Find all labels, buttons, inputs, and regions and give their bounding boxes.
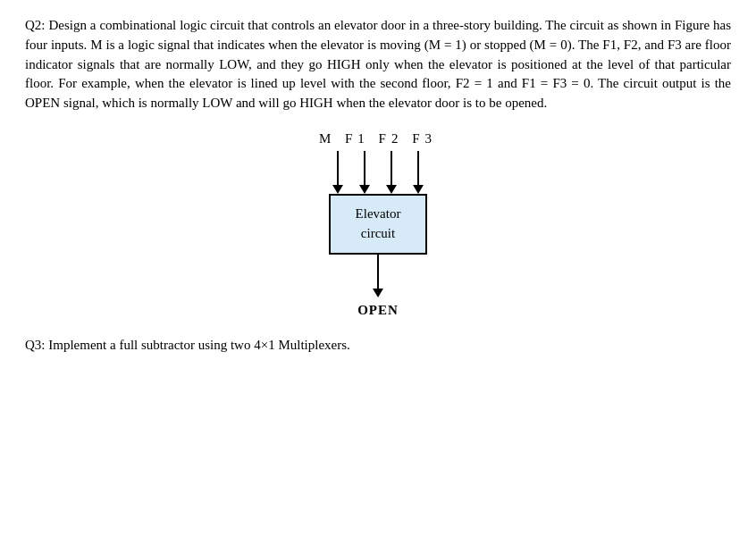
arrow-f3-line — [417, 151, 419, 185]
arrow-f1 — [359, 151, 370, 194]
arrow-m-head — [332, 185, 343, 194]
output-arrow-head — [373, 289, 383, 297]
q2-paragraph: Q2: Design a combinational logic circuit… — [25, 16, 731, 113]
arrow-m — [332, 151, 343, 194]
inputs-label: M F1 F2 F3 — [319, 130, 437, 149]
page-container: Q2: Design a combinational logic circuit… — [0, 0, 756, 544]
elevator-circuit-box: Elevator circuit — [329, 194, 427, 255]
q3-paragraph: Q3: Implement a full subtractor using tw… — [25, 336, 731, 356]
arrow-f1-line — [364, 151, 365, 185]
diagram-area: M F1 F2 F3 — [25, 130, 731, 321]
arrow-f1-head — [359, 185, 370, 194]
output-label: OPEN — [357, 301, 399, 321]
q2-text-content: Q2: Design a combinational logic circuit… — [25, 18, 731, 110]
arrow-f2 — [386, 151, 397, 194]
q3-text-content: Q3: Implement a full subtractor using tw… — [25, 338, 350, 352]
arrow-f3-head — [413, 185, 424, 194]
output-arrow: OPEN — [357, 255, 399, 321]
elevator-box-line1: Elevator — [356, 205, 401, 224]
output-arrow-line — [377, 255, 379, 289]
arrows-group — [332, 151, 424, 194]
arrow-f3 — [413, 151, 424, 194]
elevator-box-line2: circuit — [361, 224, 395, 244]
arrow-f2-line — [391, 151, 392, 185]
arrow-m-line — [337, 151, 339, 185]
arrow-f2-head — [386, 185, 397, 194]
